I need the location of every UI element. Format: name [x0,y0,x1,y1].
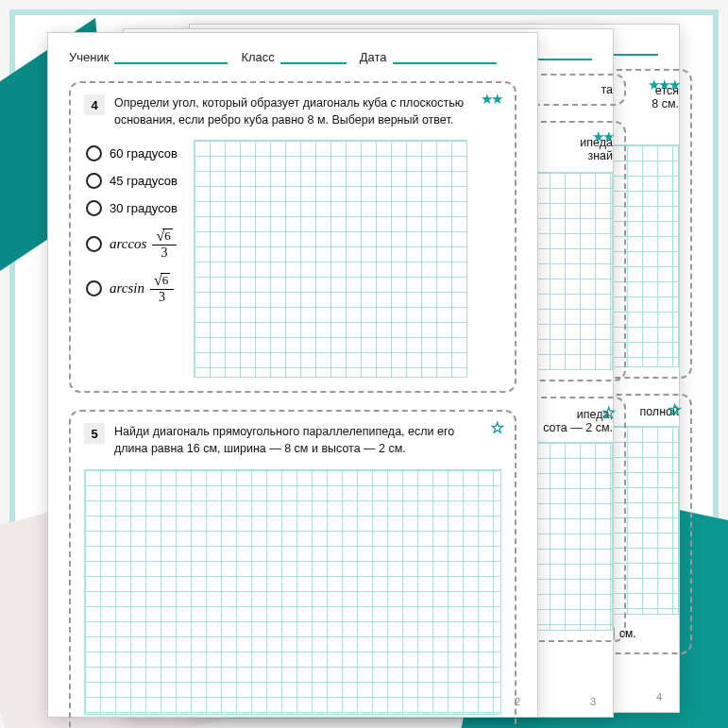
page-number: 4 [656,691,662,703]
option-e[interactable]: arcsin √6 3 [86,272,178,305]
problem-text: Найди диагональ прямоугольного параллеле… [114,423,501,457]
option-label: arcsin √6 3 [110,272,176,305]
class-underline[interactable] [280,51,347,64]
option-label: 30 градусов [110,201,178,215]
worksheet-page-2: Ученик Класс Дата ★★ 4 Определи угол, ко… [47,32,538,718]
text-fragment: знай [533,149,613,162]
work-grid [533,172,613,370]
problem-4: ★★ 4 Определи угол, который образует диа… [69,81,516,393]
student-underline[interactable] [114,51,228,64]
option-c[interactable]: 30 градусов [86,200,178,216]
problem-number: 4 [84,94,105,115]
radio-icon [86,173,102,189]
text-fragment: сота — 2 см. [533,421,613,434]
problem-text: Определи угол, который образует диагонал… [114,94,501,128]
date-underline[interactable] [393,51,497,64]
answer-options: 60 градусов 45 градусов 30 градусов arcc… [84,140,178,378]
difficulty-stars: ★ [491,419,501,436]
radio-icon [86,145,102,161]
difficulty-stars: ★★ [481,91,501,108]
class-label: Класс [241,50,274,64]
option-d[interactable]: arccos √6 3 [86,228,178,261]
difficulty-stars: ★ [669,401,679,418]
work-grid [533,442,613,631]
option-label: 60 градусов [110,146,178,161]
problem-5: ★ 5 Найди диагональ прямоугольного парал… [69,410,516,728]
date-label: Дата [360,50,387,64]
difficulty-stars: ★★★ [648,76,679,93]
header-row: Ученик Класс Дата [69,50,516,64]
difficulty-stars: ★ [602,404,613,421]
work-grid [194,140,467,378]
student-label: Ученик [69,50,109,64]
difficulty-stars: ★★ [592,128,613,145]
radio-icon [86,280,102,296]
work-grid [84,469,501,715]
radio-icon [86,200,102,216]
text-fragment: ипеда, [533,408,613,421]
option-b[interactable]: 45 градусов [86,173,178,189]
page-number: 3 [590,696,596,707]
option-a[interactable]: 60 градусов [86,145,178,161]
text-fragment: та [533,83,613,96]
page-number: 2 [515,696,520,707]
option-label: arccos √6 3 [110,228,178,261]
radio-icon [86,236,102,252]
option-label: 45 градусов [110,174,178,188]
problem-number: 5 [84,423,105,444]
